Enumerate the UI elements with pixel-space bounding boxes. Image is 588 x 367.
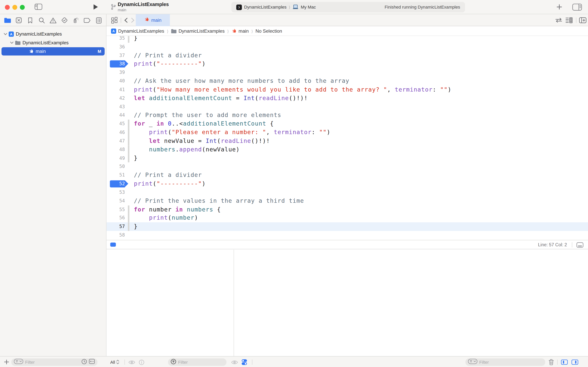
code-line-46[interactable]: 46 print("Please enter a number: ", term… [107, 128, 588, 137]
line-number[interactable]: 48 [107, 145, 125, 154]
code-line-38[interactable]: 38print("----------") [107, 60, 588, 68]
line-number[interactable]: 45 [107, 120, 125, 128]
reports-navigator-icon[interactable] [95, 17, 102, 24]
code-text[interactable]: numbers.append(newValue) [134, 145, 240, 154]
code-line-41[interactable]: 41print("How many more elements would yo… [107, 85, 588, 94]
code-text[interactable]: print("----------") [134, 180, 206, 188]
variables-filter-input[interactable] [178, 360, 224, 364]
line-number[interactable]: 56 [107, 214, 125, 222]
code-line-50[interactable]: 50 [107, 163, 588, 171]
toggle-variables-view-icon[interactable] [561, 359, 568, 365]
cursor-position[interactable]: Line: 57 Col: 2 [538, 242, 567, 247]
window-minimize-button[interactable] [12, 5, 17, 9]
run-button[interactable] [93, 4, 98, 12]
go-back-button[interactable] [124, 18, 128, 24]
code-line-42[interactable]: 42let additionalElementCount = Int(readL… [107, 94, 588, 103]
find-navigator-icon[interactable] [38, 17, 45, 24]
code-text[interactable]: print("Please enter a number: ", termina… [134, 128, 331, 137]
bookmarks-navigator-icon[interactable] [26, 17, 34, 24]
filter-menu-icon[interactable] [14, 359, 23, 366]
line-number[interactable]: 42 [107, 94, 125, 103]
line-number[interactable]: 58 [107, 231, 125, 240]
toggle-inspector-sidebar-icon[interactable] [572, 3, 582, 12]
code-text[interactable]: // Print the values in the array a third… [134, 197, 304, 205]
tab-main[interactable]: main [136, 14, 170, 26]
issues-navigator-icon[interactable] [49, 17, 57, 24]
source-control-navigator-icon[interactable] [15, 17, 23, 24]
run-destination[interactable]: My Mac [301, 5, 316, 9]
related-items-icon[interactable] [111, 17, 118, 25]
line-number[interactable]: 35 [107, 36, 125, 42]
line-number[interactable]: 54 [107, 197, 125, 205]
jumpbar-segment-dynamiclistexamples[interactable]: DynamicListExamples [171, 28, 225, 34]
line-number[interactable]: 49 [107, 154, 125, 163]
minimap-icon[interactable] [565, 17, 573, 25]
variables-scope-selector[interactable]: All [110, 359, 119, 364]
navigator-filter-input[interactable] [25, 360, 80, 364]
window-close-button[interactable] [5, 5, 10, 9]
code-line-40[interactable]: 40// Ask the user how many more numbers … [107, 77, 588, 85]
line-number[interactable]: 52 [107, 180, 125, 188]
disclosure-chevron-icon[interactable] [3, 33, 7, 35]
toggle-navigator-sidebar-icon[interactable] [34, 3, 42, 11]
editor-layout-icon[interactable] [576, 242, 584, 248]
console-filter-field[interactable] [465, 359, 545, 366]
variables-filter-field[interactable] [168, 359, 227, 366]
code-line-51[interactable]: 51// Print a divider [107, 171, 588, 180]
code-text[interactable]: print(number) [134, 214, 198, 222]
code-text[interactable]: // Print a divider [134, 171, 202, 180]
jumpbar-segment-main[interactable]: main [231, 28, 249, 34]
line-number[interactable]: 55 [107, 205, 125, 214]
go-forward-button[interactable] [131, 18, 134, 24]
activity-viewer[interactable]: ❯ DynamicListExamples ⟩ My Mac Finished … [231, 2, 465, 12]
console-filter-input[interactable] [479, 360, 543, 364]
jumpbar-segment-no-selection[interactable]: No Selection [255, 28, 282, 34]
sidebar-item-dynamiclistexamples[interactable]: DynamicListExamples [1, 39, 105, 47]
code-text[interactable]: } [134, 222, 138, 231]
line-number[interactable]: 41 [107, 85, 125, 94]
debug-navigator-icon[interactable] [72, 17, 80, 24]
code-text[interactable]: let additionalElementCount = Int(readLin… [134, 94, 308, 103]
code-line-49[interactable]: 49} [107, 154, 588, 163]
tests-navigator-icon[interactable] [61, 17, 68, 24]
show-variables-eye-icon[interactable] [128, 360, 135, 365]
code-line-58[interactable]: 58 [107, 231, 588, 240]
code-text[interactable]: } [134, 154, 138, 163]
code-text[interactable]: // Prompt the user to add more elements [134, 111, 281, 120]
code-text[interactable]: // Print a divider [134, 51, 202, 60]
navigator-filter-field[interactable] [11, 359, 98, 366]
code-text[interactable]: print("----------") [134, 60, 206, 68]
line-number[interactable]: 38 [107, 60, 125, 68]
filter-menu-icon[interactable] [468, 359, 477, 366]
code-text[interactable]: // Ask the user how many more numbers to… [134, 77, 349, 85]
breakpoints-navigator-icon[interactable] [84, 17, 91, 24]
clear-console-trash-icon[interactable] [548, 359, 554, 366]
debug-view-mode-icon[interactable] [242, 359, 247, 365]
jumpbar-segment-dynamiclistexamples[interactable]: ADynamicListExamples [111, 28, 164, 34]
code-line-57[interactable]: 57} [107, 222, 588, 231]
add-editor-icon[interactable] [579, 17, 587, 25]
scheme-name[interactable]: DynamicListExamples [244, 5, 287, 9]
source-editor[interactable]: 35}3637// Print a divider38print("------… [107, 36, 588, 240]
window-zoom-button[interactable] [20, 5, 25, 9]
code-line-35[interactable]: 35} [107, 36, 588, 42]
line-number[interactable]: 46 [107, 128, 125, 137]
line-number[interactable]: 53 [107, 188, 125, 197]
project-navigator-icon[interactable] [4, 17, 11, 24]
variables-info-icon[interactable] [139, 359, 144, 365]
code-line-45[interactable]: 45for _ in 0..<additionalElementCount { [107, 120, 588, 128]
source-control-status-icon[interactable] [89, 359, 95, 366]
recent-files-clock-icon[interactable] [81, 359, 87, 366]
code-line-53[interactable]: 53 [107, 188, 588, 197]
line-number[interactable]: 39 [107, 68, 125, 77]
toggle-console-view-icon[interactable] [571, 359, 578, 365]
code-line-47[interactable]: 47 let newValue = Int(readLine()!)! [107, 137, 588, 145]
code-line-54[interactable]: 54// Print the values in the array a thi… [107, 197, 588, 205]
code-line-56[interactable]: 56 print(number) [107, 214, 588, 222]
code-line-43[interactable]: 43 [107, 103, 588, 111]
code-line-55[interactable]: 55for number in numbers { [107, 205, 588, 214]
sidebar-item-main[interactable]: mainM [1, 47, 105, 56]
line-number[interactable]: 57 [107, 222, 125, 231]
code-line-37[interactable]: 37// Print a divider [107, 51, 588, 60]
line-number[interactable]: 37 [107, 51, 125, 60]
